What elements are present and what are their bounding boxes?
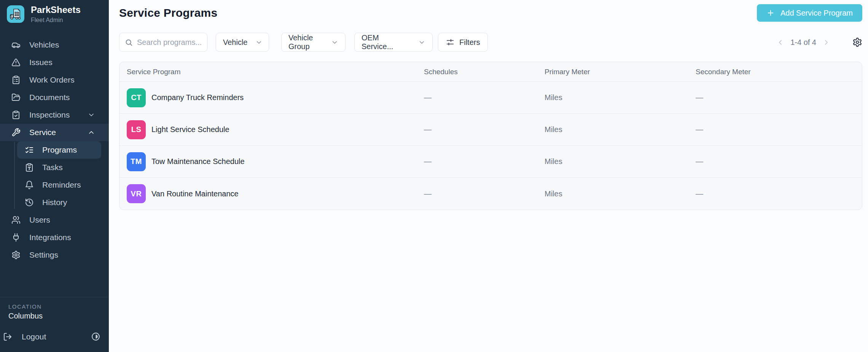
secondary-meter-value: —: [696, 125, 862, 134]
list-checks-icon: [25, 145, 33, 154]
subnav-item-reminders[interactable]: Reminders: [17, 176, 101, 194]
contrast-icon[interactable]: [91, 332, 100, 341]
chevron-up-icon: [88, 129, 95, 136]
sidebar-item-inspections[interactable]: Inspections: [0, 106, 109, 124]
folder-open-icon: [11, 93, 21, 102]
sidebar-item-documents[interactable]: Documents: [0, 89, 109, 106]
program-name: Van Routine Maintenance: [151, 190, 239, 198]
dropdown-oem-service[interactable]: OEM Service...: [354, 33, 433, 52]
secondary-meter-value: —: [696, 157, 862, 166]
program-avatar: CT: [127, 88, 146, 107]
wrench-icon: [11, 128, 21, 137]
program-avatar: TM: [127, 152, 146, 171]
program-avatar: VR: [127, 184, 146, 203]
sidebar-item-settings[interactable]: Settings: [0, 246, 109, 264]
item-label: Settings: [29, 250, 58, 260]
subnav-item-history[interactable]: History: [17, 194, 101, 211]
subnav-item-tasks[interactable]: Tasks: [17, 159, 101, 176]
page-title: Service Programs: [119, 6, 217, 19]
primary-meter-value: Miles: [545, 125, 696, 134]
item-label: Documents: [29, 93, 70, 102]
primary-meter-value: Miles: [545, 93, 696, 102]
table-row[interactable]: LSLight Service Schedule—Miles—: [119, 114, 862, 146]
subnav-item-programs[interactable]: Programs: [17, 141, 101, 159]
car-icon: [11, 40, 21, 49]
location-value: Columbus: [8, 312, 100, 320]
pagination-range: 1-4 of 4: [790, 38, 816, 47]
secondary-meter-value: —: [696, 93, 862, 102]
item-label: Integrations: [29, 233, 71, 242]
dropdown-vehicle[interactable]: Vehicle: [216, 33, 269, 52]
chevron-right-icon[interactable]: [822, 38, 830, 46]
item-label: Programs: [42, 145, 77, 154]
plug-icon: [11, 233, 21, 242]
item-label: Issues: [29, 58, 53, 67]
sidebar-item-users[interactable]: Users: [0, 211, 109, 229]
chevron-left-icon[interactable]: [776, 38, 784, 46]
search-input[interactable]: [137, 38, 202, 47]
brand: ParkSheets Fleet Admin: [0, 0, 109, 24]
program-avatar: LS: [127, 120, 146, 139]
filters-label: Filters: [459, 38, 480, 47]
table-body: CTCompany Truck Reminders—Miles—LSLight …: [119, 82, 862, 210]
sidebar-main-items: VehiclesIssuesWork OrdersDocumentsInspec…: [0, 36, 109, 141]
main-content: Service Programs Add Service Program Veh…: [109, 0, 868, 352]
primary-meter-value: Miles: [545, 157, 696, 166]
alert-triangle-icon: [11, 58, 21, 67]
item-label: Users: [29, 215, 50, 225]
item-label: History: [42, 198, 67, 207]
program-name: Company Truck Reminders: [151, 93, 244, 102]
program-cell: VRVan Routine Maintenance: [127, 184, 424, 203]
column-header-primary-meter: Primary Meter: [545, 68, 696, 76]
sidebar-item-vehicles[interactable]: Vehicles: [0, 36, 109, 54]
truck-spreadsheet-icon: [7, 5, 24, 23]
clipboard-list-icon: [11, 75, 21, 84]
clipboard-check-icon: [11, 110, 21, 119]
secondary-meter-value: —: [696, 190, 862, 198]
search-icon: [125, 38, 133, 46]
chevron-down-icon: [88, 111, 95, 119]
sidebar-item-work-orders[interactable]: Work Orders: [0, 71, 109, 89]
brand-text: ParkSheets Fleet Admin: [31, 5, 81, 24]
sidebar-item-service[interactable]: Service: [0, 124, 109, 141]
log-out-icon: [3, 332, 12, 341]
item-label: Vehicles: [29, 40, 59, 49]
add-service-program-button[interactable]: Add Service Program: [757, 4, 862, 22]
filter-bar: VehicleVehicle GroupOEM Service... Filte…: [119, 33, 862, 52]
users-icon: [11, 215, 21, 225]
dropdown-label: OEM Service...: [362, 33, 411, 51]
program-name: Tow Maintenance Schedule: [151, 157, 245, 166]
primary-meter-value: Miles: [545, 190, 696, 198]
add-button-label: Add Service Program: [780, 9, 853, 18]
dropdown-label: Vehicle: [223, 38, 248, 47]
location-label: LOCATION: [8, 303, 100, 310]
item-label: Work Orders: [29, 75, 75, 84]
chevron-down-icon: [418, 39, 425, 46]
page-header: Service Programs Add Service Program: [119, 0, 862, 22]
table-row[interactable]: TMTow Maintenance Schedule—Miles—: [119, 146, 862, 178]
logout-button[interactable]: Logout: [3, 332, 100, 352]
brand-subtitle: Fleet Admin: [31, 17, 81, 24]
schedules-value: —: [424, 125, 545, 134]
program-cell: TMTow Maintenance Schedule: [127, 152, 424, 171]
table-row[interactable]: VRVan Routine Maintenance—Miles—: [119, 178, 862, 210]
table-row[interactable]: CTCompany Truck Reminders—Miles—: [119, 82, 862, 114]
settings-icon: [11, 250, 21, 260]
filters-button[interactable]: Filters: [438, 33, 488, 52]
chevron-down-icon: [255, 39, 263, 46]
gear-icon[interactable]: [852, 37, 862, 47]
schedules-value: —: [424, 93, 545, 102]
program-name: Light Service Schedule: [151, 125, 229, 134]
sidebar-bottom-items: UsersIntegrationsSettings: [0, 211, 109, 264]
program-cell: LSLight Service Schedule: [127, 120, 424, 139]
schedules-value: —: [424, 190, 545, 198]
dropdown-vehicle-group[interactable]: Vehicle Group: [281, 33, 346, 52]
sidebar-item-integrations[interactable]: Integrations: [0, 229, 109, 246]
item-label: Reminders: [42, 180, 81, 190]
clipboard-type-icon: [25, 163, 33, 172]
history-icon: [25, 198, 33, 207]
column-header-secondary-meter: Secondary Meter: [696, 68, 862, 76]
bell-icon: [25, 180, 33, 189]
brand-name: ParkSheets: [31, 5, 81, 16]
sidebar-item-issues[interactable]: Issues: [0, 54, 109, 71]
